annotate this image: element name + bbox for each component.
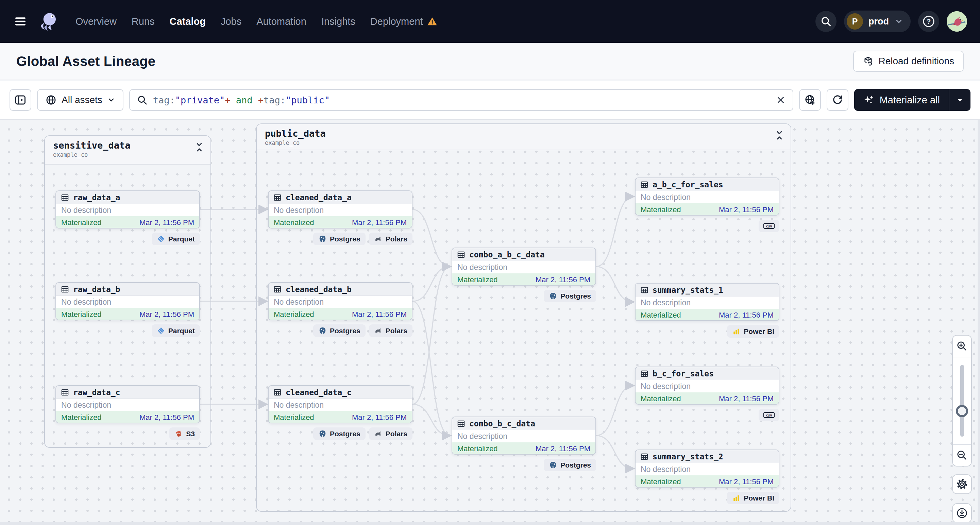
- materialization-timestamp[interactable]: Mar 2, 11:56 PM: [352, 413, 407, 422]
- user-avatar[interactable]: [947, 11, 967, 32]
- asset-status-row: MaterializedMar 2, 11:56 PM: [452, 442, 595, 455]
- asset-node-cleaned_data_a[interactable]: cleaned_data_aNo descriptionMaterialized…: [268, 191, 412, 229]
- nav-item-label: Automation: [256, 16, 306, 27]
- nav-item-deployment[interactable]: Deployment: [370, 16, 437, 27]
- asset-kind-badges: Parquet: [56, 325, 200, 337]
- svg-text:csv: csv: [766, 224, 772, 228]
- asset-filter-input[interactable]: tag:"private"+ and +tag:"public": [129, 89, 793, 111]
- materialization-timestamp[interactable]: Mar 2, 11:56 PM: [139, 413, 194, 422]
- asset-scope-dropdown[interactable]: All assets: [37, 89, 123, 111]
- collapse-group-button[interactable]: [773, 130, 785, 141]
- dagster-app: OverviewRunsCatalogJobsAutomationInsight…: [0, 0, 980, 525]
- download-image-button[interactable]: [952, 503, 972, 523]
- lineage-canvas[interactable]: sensitive_dataexample_copublic_dataexamp…: [0, 120, 980, 525]
- nav-item-insights[interactable]: Insights: [321, 16, 355, 27]
- asset-status-row: MaterializedMar 2, 11:56 PM: [452, 274, 595, 286]
- reload-definitions-button[interactable]: Reload definitions: [853, 51, 964, 72]
- table-icon: [457, 250, 466, 259]
- materialization-timestamp[interactable]: Mar 2, 11:56 PM: [139, 218, 194, 227]
- asset-status-row: MaterializedMar 2, 11:56 PM: [56, 308, 199, 320]
- status-badge: Materialized: [457, 275, 498, 284]
- kind-badge-label: Postgres: [330, 235, 360, 243]
- asset-description: No description: [452, 261, 595, 274]
- table-icon: [60, 193, 69, 202]
- materialize-all-button[interactable]: Materialize all: [854, 89, 949, 111]
- asset-name: cleaned_data_c: [286, 388, 352, 397]
- materialization-timestamp[interactable]: Mar 2, 11:56 PM: [352, 218, 407, 227]
- group-header[interactable]: public_dataexample_co: [257, 124, 791, 150]
- vertical-scrollbar[interactable]: [978, 120, 980, 525]
- group-header[interactable]: sensitive_dataexample_co: [45, 136, 210, 165]
- globe-icon: [45, 94, 57, 106]
- global-search-button[interactable]: [815, 11, 837, 32]
- nav-item-overview[interactable]: Overview: [75, 16, 117, 27]
- nav-item-label: Catalog: [170, 16, 206, 27]
- asset-node-header: cleaned_data_c: [269, 386, 412, 399]
- help-button[interactable]: ?: [918, 11, 939, 32]
- asset-name: cleaned_data_a: [286, 193, 352, 202]
- asset-node-header: combo_a_b_c_data: [452, 248, 595, 261]
- postgres-icon: [549, 292, 557, 300]
- materialization-timestamp[interactable]: Mar 2, 11:56 PM: [719, 205, 773, 214]
- nav-item-catalog[interactable]: Catalog: [170, 16, 206, 27]
- collapse-group-button[interactable]: [194, 142, 205, 153]
- graph-settings-button[interactable]: [952, 474, 972, 494]
- table-icon: [273, 388, 282, 397]
- zoom-slider-handle[interactable]: [956, 405, 968, 417]
- materialize-all-split-button: Materialize all: [854, 89, 970, 111]
- save-catalog-view-button[interactable]: [799, 89, 821, 111]
- materialization-timestamp[interactable]: Mar 2, 11:56 PM: [536, 444, 590, 453]
- asset-node-raw_data_b[interactable]: raw_data_bNo descriptionMaterializedMar …: [56, 282, 200, 320]
- kind-badge-csv: csv: [759, 220, 780, 232]
- status-badge: Materialized: [457, 444, 498, 453]
- search-token: tag:: [264, 95, 286, 105]
- search-token: and: [230, 95, 258, 105]
- asset-description: No description: [56, 204, 199, 216]
- asset-status-row: MaterializedMar 2, 11:56 PM: [636, 476, 779, 488]
- materialize-options-button[interactable]: [950, 89, 970, 111]
- materialization-timestamp[interactable]: Mar 2, 11:56 PM: [139, 310, 194, 319]
- clear-filter-icon[interactable]: [776, 95, 786, 105]
- asset-node-a_b_c_for_sales[interactable]: a_b_c_for_salesNo descriptionMaterialize…: [635, 178, 780, 216]
- asset-node-raw_data_a[interactable]: raw_data_aNo descriptionMaterializedMar …: [56, 191, 200, 229]
- deployment-switcher[interactable]: P prod: [844, 11, 911, 32]
- hamburger-menu-icon[interactable]: [13, 14, 28, 28]
- zoom-out-button[interactable]: [953, 445, 971, 466]
- asset-node-summary_stats_1[interactable]: summary_stats_1No descriptionMaterialize…: [635, 283, 780, 321]
- collapse-icon: [194, 142, 204, 152]
- nav-item-automation[interactable]: Automation: [256, 16, 306, 27]
- horizontal-scrollbar[interactable]: [0, 522, 980, 525]
- asset-node-cleaned_data_b[interactable]: cleaned_data_bNo descriptionMaterialized…: [268, 282, 412, 320]
- zoom-slider[interactable]: [953, 357, 971, 445]
- open-asset-panel-button[interactable]: [10, 89, 31, 111]
- asset-node-raw_data_c[interactable]: raw_data_cNo descriptionMaterializedMar …: [56, 385, 200, 423]
- asset-node-b_c_for_sales[interactable]: b_c_for_salesNo descriptionMaterializedM…: [635, 366, 780, 405]
- asset-node-combo_a_b_c_data[interactable]: combo_a_b_c_dataNo descriptionMaterializ…: [452, 248, 596, 286]
- asset-node-cleaned_data_c[interactable]: cleaned_data_cNo descriptionMaterialized…: [268, 385, 412, 423]
- zoom-in-button[interactable]: [953, 336, 971, 357]
- materialization-timestamp[interactable]: Mar 2, 11:56 PM: [352, 310, 407, 319]
- materialization-timestamp[interactable]: Mar 2, 11:56 PM: [719, 477, 773, 486]
- search-token: +: [258, 95, 264, 105]
- reload-definitions-label: Reload definitions: [878, 56, 954, 67]
- nav-items: OverviewRunsCatalogJobsAutomationInsight…: [75, 16, 437, 27]
- dagster-logo[interactable]: [38, 10, 60, 33]
- csv-icon: csv: [762, 411, 776, 419]
- asset-filter-query[interactable]: tag:"private"+ and +tag:"public": [153, 95, 770, 105]
- nav-item-jobs[interactable]: Jobs: [221, 16, 242, 27]
- collapse-icon: [774, 130, 784, 140]
- asset-description: No description: [269, 296, 412, 308]
- asset-description: No description: [636, 296, 779, 309]
- page-title: Global Asset Lineage: [16, 54, 155, 69]
- asset-kind-badges: Postgres: [452, 459, 596, 471]
- asset-node-header: raw_data_a: [56, 191, 199, 204]
- materialization-timestamp[interactable]: Mar 2, 11:56 PM: [536, 275, 590, 284]
- asset-node-combo_b_c_data[interactable]: combo_b_c_dataNo descriptionMaterialized…: [452, 417, 596, 455]
- materialization-timestamp[interactable]: Mar 2, 11:56 PM: [719, 311, 773, 320]
- materialization-timestamp[interactable]: Mar 2, 11:56 PM: [719, 395, 773, 403]
- asset-node-summary_stats_2[interactable]: summary_stats_2No descriptionMaterialize…: [635, 450, 780, 488]
- nav-item-runs[interactable]: Runs: [132, 16, 155, 27]
- search-token: "public": [286, 95, 330, 105]
- refresh-button[interactable]: [827, 89, 848, 111]
- table-icon: [60, 388, 69, 397]
